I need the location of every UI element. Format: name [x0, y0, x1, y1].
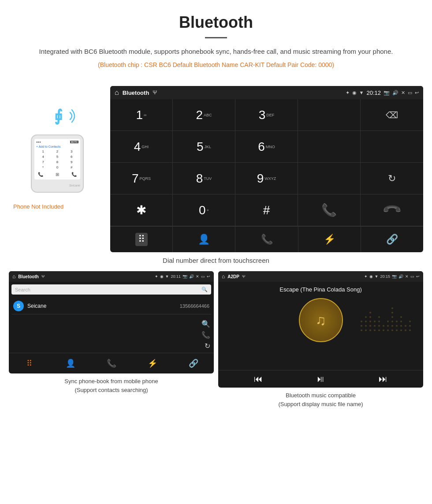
pb-bt-icon: ✦ — [155, 274, 158, 279]
dial-key: 0 — [50, 165, 64, 170]
play-pause-button[interactable]: ⏯ — [316, 374, 325, 384]
android-dialpad-screen: ⌂ Bluetooth Ψ ✦ ◉ ▼ 20:12 📷 🔊 ✕ ▭ ↩ — [110, 86, 423, 252]
seicane-watermark-phone: Seicane — [34, 180, 80, 188]
nav-bluetooth[interactable]: ⚡ — [298, 227, 361, 252]
dial-key-0[interactable]: 0+ — [173, 194, 235, 226]
svg-point-40 — [409, 329, 411, 331]
dial-key-hash[interactable]: # — [235, 194, 298, 226]
music-x-icon: ✕ — [405, 274, 409, 279]
status-time: 20:12 — [366, 90, 381, 96]
svg-point-32 — [396, 325, 398, 327]
svg-point-18 — [378, 321, 380, 322]
music-back-icon: ↩ — [416, 274, 420, 279]
svg-point-6 — [365, 321, 367, 322]
svg-point-41 — [409, 325, 411, 327]
usb-icon: Ψ — [153, 90, 157, 96]
window-icon: ▭ — [408, 90, 412, 96]
dial-key-9[interactable]: 9WXYZ — [235, 163, 298, 194]
svg-point-14 — [374, 325, 376, 327]
pb-nav-dialpad[interactable]: ⠿ — [9, 357, 50, 370]
svg-point-21 — [383, 325, 384, 327]
nav-contacts[interactable]: 👤 — [173, 227, 235, 252]
dial-key-star[interactable]: ✱ — [110, 194, 173, 226]
svg-point-13 — [374, 329, 376, 331]
contact-number: 13566664466 — [180, 303, 209, 309]
phonebook-right-icons: 🔍 📞 ↻ — [9, 317, 214, 353]
pb-person-icon: 👤 — [66, 358, 75, 368]
dial-key-7[interactable]: 7PQRS — [110, 163, 173, 194]
dial-call-button[interactable]: 📞 — [298, 194, 361, 226]
pb-phone-icon: 📞 — [201, 331, 210, 339]
dial-key: 1 — [36, 149, 50, 154]
music-cam-icon: 📷 — [392, 274, 397, 279]
dial-refresh[interactable]: ↻ — [361, 163, 423, 194]
pb-refresh-icon: ↻ — [205, 342, 210, 350]
phone-icon: 📞 — [261, 234, 273, 245]
nav-dialpad[interactable]: ⠿ — [110, 227, 173, 252]
pb-search-icon: 🔍 — [201, 320, 210, 328]
search-icon: 🔍 — [201, 287, 208, 292]
dialpad-icon: ⠿ — [135, 233, 148, 246]
dial-key: 5 — [50, 154, 64, 159]
back-icon: ↩ — [415, 90, 419, 96]
dial-hangup-button[interactable]: 📞 — [361, 194, 423, 226]
title-divider — [205, 37, 227, 38]
dialpad-row-3: 7PQRS 8TUV 9WXYZ ↻ — [110, 163, 423, 194]
pb-status-left: ⌂ Bluetooth Ψ — [12, 273, 45, 280]
dial-key-3[interactable]: 3DEF — [235, 99, 298, 131]
pb-nav-bt[interactable]: ⚡ — [132, 357, 173, 370]
dialpad-row-1: 1∞ 2ABC 3DEF ⌫ — [110, 99, 423, 131]
music-note-icon: ♫ — [316, 312, 326, 329]
svg-point-27 — [391, 321, 393, 322]
next-button[interactable]: ⏭ — [379, 374, 387, 384]
dial-cell-empty-1 — [298, 99, 361, 131]
music-bt-icon: ✦ — [364, 274, 368, 279]
svg-point-30 — [391, 307, 393, 309]
nav-link[interactable]: 🔗 — [361, 227, 423, 252]
search-placeholder: Search — [15, 287, 30, 292]
dial-key-4[interactable]: 4GHI — [110, 131, 173, 163]
bluetooth-nav-icon: ⚡ — [324, 234, 335, 245]
dial-key: # — [65, 165, 78, 170]
dial-key-2[interactable]: 2ABC — [173, 99, 235, 131]
pb-nav-calls[interactable]: 📞 — [91, 357, 132, 370]
phonebook-status-bar: ⌂ Bluetooth Ψ ✦ ◉ ▼ 20:11 📷 🔊 ✕ ▭ ↩ — [9, 271, 214, 282]
svg-point-7 — [365, 316, 367, 318]
dialpad-row-4: ✱ 0+ # 📞 📞 — [110, 194, 423, 226]
music-song-title: Escape (The Pina Colada Song) — [223, 286, 419, 293]
pb-home-icon: ⌂ — [12, 273, 15, 280]
status-bar: ⌂ Bluetooth Ψ ✦ ◉ ▼ 20:12 📷 🔊 ✕ ▭ ↩ — [110, 86, 423, 99]
pb-nav-link[interactable]: 🔗 — [173, 357, 214, 370]
svg-point-9 — [369, 325, 371, 327]
nav-calls[interactable]: 📞 — [235, 227, 298, 252]
pb-x-icon: ✕ — [196, 274, 199, 279]
contact-initial: S — [13, 301, 24, 311]
dial-key-5[interactable]: 5JKL — [173, 131, 235, 163]
dial-key-8[interactable]: 8TUV — [173, 163, 235, 194]
phone-mockup: ●●● MOTO + Add to Contacts 1 2 3 4 5 6 7… — [31, 134, 84, 193]
prev-button[interactable]: ⏮ — [254, 374, 263, 384]
bluetooth-status-icon: ✦ — [346, 90, 350, 96]
pb-sig-icon: ▼ — [165, 274, 169, 279]
phonebook-screenshot-block: ⌂ Bluetooth Ψ ✦ ◉ ▼ 20:11 📷 🔊 ✕ ▭ ↩ — [9, 271, 214, 408]
phone-container: ⨖ ●●● MOTO + Add to Contacts 1 2 3 4 5 — [9, 86, 106, 210]
dial-key-6[interactable]: 6MNO — [235, 131, 298, 163]
pb-usb-icon: Ψ — [41, 274, 45, 279]
link-icon: 🔗 — [386, 234, 398, 245]
close-icon: ✕ — [401, 90, 405, 96]
music-time: 20:15 — [380, 274, 390, 279]
dialpad-bottom-nav: ⠿ 👤 📞 ⚡ 🔗 — [110, 226, 423, 252]
dial-cell-empty-3 — [361, 131, 423, 163]
dial-key: 7 — [36, 160, 50, 164]
phone-add-contacts: + Add to Contacts — [36, 145, 78, 148]
dial-backspace[interactable]: ⌫ — [361, 99, 423, 131]
svg-point-20 — [383, 329, 384, 331]
bluetooth-signal: ⨖ — [42, 104, 73, 130]
contact-row[interactable]: S Seicane 13566664466 — [11, 298, 211, 314]
dial-key-1[interactable]: 1∞ — [110, 99, 173, 131]
music-usb-icon: Ψ — [242, 274, 246, 279]
svg-point-37 — [400, 316, 402, 318]
pb-nav-person[interactable]: 👤 — [50, 357, 91, 370]
home-icon: ⌂ — [115, 89, 119, 97]
phonebook-inner: Search 🔍 S Seicane 13566664466 — [9, 282, 214, 317]
